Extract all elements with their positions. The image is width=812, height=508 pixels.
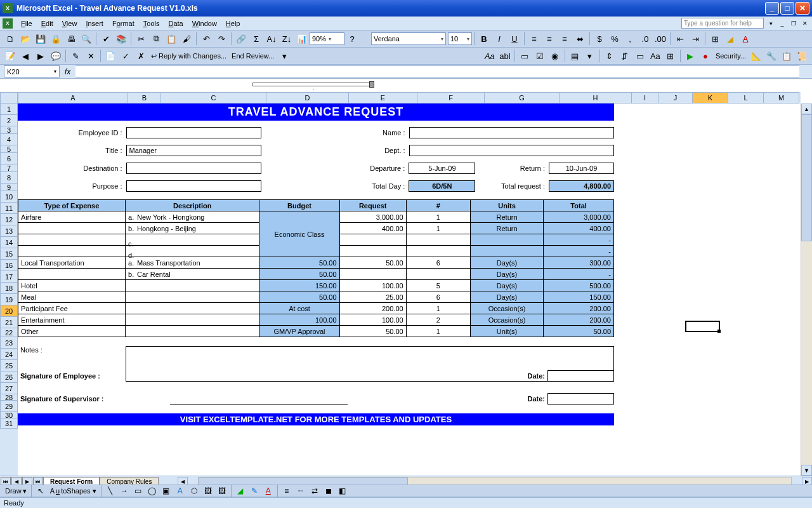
row-header-18[interactable]: 18 [0,283,18,294]
bold-button[interactable]: B [477,32,491,46]
redo-button[interactable]: ↷ [214,32,228,46]
input-name[interactable] [409,127,614,138]
toolbar-options-icon[interactable]: ▾ [277,49,291,63]
doc-restore-button[interactable]: ❐ [789,19,798,28]
underline-button[interactable]: U [508,32,521,46]
control-option-button[interactable]: ◉ [548,49,562,63]
input-employee-id[interactable] [126,127,262,138]
hyperlink-button[interactable]: 🔗 [234,32,248,46]
control-checkbox-button[interactable]: ☑ [533,49,547,63]
col-header-F[interactable]: F [417,92,485,104]
draw-menu[interactable]: Draw ▾ [3,486,29,496]
row-header-15[interactable]: 15 [0,248,18,260]
open-button[interactable]: 📂 [18,32,32,46]
control-label-button[interactable]: Aa [648,49,662,63]
next-comment-button[interactable]: ▶ [34,49,48,63]
row-header-16[interactable]: 16 [0,260,18,271]
input-departure[interactable]: 5-Jun-09 [409,163,475,174]
new-comment-button[interactable]: 📝 [3,49,17,63]
control-spinner-button[interactable]: ⇵ [618,49,632,63]
input-title[interactable]: Manager [126,145,262,156]
help-search-input[interactable] [681,18,764,29]
control-combo-button[interactable]: ▾ [583,49,597,63]
oval-button[interactable]: ◯ [146,485,159,497]
print-button[interactable]: 🖶 [64,32,78,46]
control-button-button[interactable]: ▭ [633,49,647,63]
row-header-13[interactable]: 13 [0,225,18,237]
input-date-supervisor[interactable] [547,393,614,404]
menu-help[interactable]: Help [221,18,245,29]
col-header-H[interactable]: H [560,92,632,104]
prev-comment-button[interactable]: ◀ [18,49,32,63]
table-row[interactable]: Car Rental50.00Day(s)- [18,269,614,280]
line-button[interactable]: ╲ [104,485,117,497]
borders-button[interactable]: ⊞ [708,32,722,46]
decrease-decimal-button[interactable]: .00 [653,32,667,46]
table-row[interactable]: Entertainment100.00100.002Occasion(s)200… [18,314,614,326]
row-header-3[interactable]: 3 [0,126,18,134]
textbox-button[interactable]: ▣ [160,485,173,497]
comma-button[interactable]: , [623,32,637,46]
row-header-24[interactable]: 24 [0,349,18,360]
fill-color-button[interactable]: ◢ [723,32,737,46]
rectangle-button[interactable]: ▭ [132,485,145,497]
permission-button[interactable]: 🔒 [49,32,63,46]
cut-button[interactable]: ✂ [134,32,148,46]
row-header-30[interactable]: 30 [0,412,18,418]
menu-file[interactable]: File [16,18,37,29]
spelling-button[interactable]: ✔ [99,32,113,46]
properties-button[interactable]: 📋 [780,49,794,63]
new-button[interactable]: 🗋 [3,32,17,46]
grid-area[interactable]: TRAVEL ADVANCE REQUEST Employee ID : Nam… [18,104,801,476]
shadow-button[interactable]: ◼ [322,485,335,497]
delete-comment-button[interactable]: ✕ [84,49,98,63]
fx-icon[interactable]: fx [65,67,70,76]
selected-cell[interactable] [685,321,720,332]
control-list-button[interactable]: ▤ [568,49,582,63]
run-macro-button[interactable]: ▶ [683,49,697,63]
track-changes-button[interactable]: 📄 [103,49,117,63]
row-header-23[interactable]: 23 [0,337,18,349]
sort-asc-button[interactable]: A↓ [265,32,278,46]
control-more-button[interactable]: ⊞ [664,49,678,63]
ink-button[interactable]: ✎ [69,49,82,63]
font-size-dropdown[interactable]: 10▾ [448,32,472,45]
chart-button[interactable]: 📊 [295,32,309,46]
undo-button[interactable]: ↶ [199,32,213,46]
row-header-19[interactable]: 19 [0,294,18,305]
row-header-10[interactable]: 10 [0,191,18,203]
row-header-6[interactable]: 6 [0,153,18,164]
table-row[interactable]: Local TransportationMass Transportation5… [18,257,614,269]
table-row[interactable]: OtherGM/VP Approval50.001Unit(s)50.00 [18,326,614,337]
input-purpose[interactable] [126,180,262,192]
dash-style-button[interactable]: ┈ [294,485,307,497]
end-review-button[interactable]: End Review... [229,51,277,60]
control-abl-button[interactable]: abl [498,49,512,63]
col-header-B[interactable]: B [128,92,161,104]
row-header-22[interactable]: 22 [0,328,18,337]
row-header-29[interactable]: 29 [0,401,18,412]
select-all-corner[interactable] [0,92,18,104]
row-header-7[interactable]: 7 [0,164,18,172]
vertical-scrollbar[interactable]: ▲ ▼ [801,104,812,476]
scroll-up-icon[interactable]: ▲ [801,104,812,114]
col-header-M[interactable]: M [764,92,799,104]
col-header-C[interactable]: C [161,92,266,104]
scroll-down-icon[interactable]: ▼ [801,465,812,476]
row-header-27[interactable]: 27 [0,383,18,394]
percent-button[interactable]: % [608,32,622,46]
increase-indent-button[interactable]: ⇥ [688,32,702,46]
fill-color-draw-button[interactable]: ◢ [234,485,247,497]
font-color-draw-button[interactable]: A [262,485,275,497]
input-destination[interactable] [126,163,262,174]
menu-format[interactable]: Format [108,18,139,29]
input-dept[interactable] [409,145,614,156]
align-center-button[interactable]: ≡ [542,32,556,46]
show-comment-button[interactable]: 💬 [49,49,63,63]
col-header-J[interactable]: J [658,92,693,104]
table-row[interactable]: Hotel150.00100.005Day(s)500.00 [18,280,614,291]
zoom-dropdown[interactable]: 90%▾ [310,32,344,45]
col-header-A[interactable]: A [18,92,128,104]
row-header-8[interactable]: 8 [0,172,18,184]
row-header-11[interactable]: 11 [0,203,18,214]
